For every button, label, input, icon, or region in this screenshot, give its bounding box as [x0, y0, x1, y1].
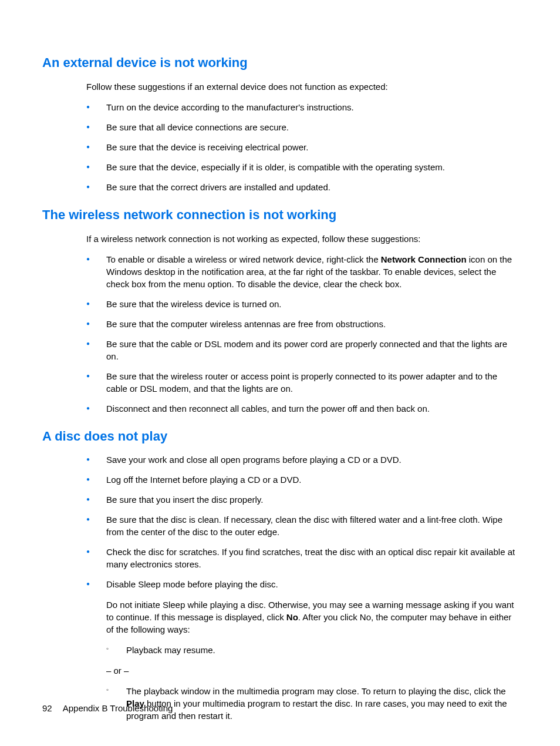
list-item-text: Be sure that the device, especially if i… [106, 161, 518, 173]
section-heading-disc: A disc does not play [42, 428, 518, 446]
sub-item-text: The playback window in the multimedia pr… [126, 686, 507, 721]
bold-text: No [286, 612, 298, 622]
list-item-text: Log off the Internet before playing a CD… [106, 473, 518, 486]
list-item: Disable Sleep mode before playing the di… [86, 578, 518, 722]
list-item-text: Save your work and close all open progra… [106, 453, 518, 466]
section1-list: Turn on the device according to the manu… [86, 101, 518, 193]
list-item-text: Be sure that you insert the disc properl… [106, 493, 518, 506]
list-item-text: Be sure that the correct drivers are ins… [106, 181, 518, 193]
list-item-text: Disconnect and then reconnect all cables… [106, 402, 518, 415]
page-number: 92 [42, 703, 52, 713]
list-item: Be sure that the device is receiving ele… [86, 141, 518, 153]
section3-list: Save your work and close all open progra… [86, 453, 518, 722]
or-separator: – or – [106, 664, 518, 677]
list-item: To enable or disable a wireless or wired… [86, 253, 518, 290]
list-item-text: Be sure that the device is receiving ele… [106, 141, 518, 153]
list-item-text: Disable Sleep mode before playing the di… [106, 578, 518, 590]
list-item-text: Be sure that the wireless router or acce… [106, 370, 518, 395]
section-heading-external-device: An external device is not working [42, 54, 518, 72]
list-item: Be sure that the disc is clean. If neces… [86, 513, 518, 538]
text-fragment: button in your multimedia program to res… [126, 698, 507, 721]
list-item: Turn on the device according to the manu… [86, 101, 518, 113]
list-item: Be sure that the device, especially if i… [86, 161, 518, 173]
section2-list: To enable or disable a wireless or wired… [86, 253, 518, 415]
list-item-extra: Do not initiate Sleep while playing a di… [106, 599, 518, 636]
list-item: Log off the Internet before playing a CD… [86, 473, 518, 486]
list-item-text: Be sure that the computer wireless anten… [106, 318, 518, 330]
text-fragment: The playback window in the multimedia pr… [126, 686, 506, 696]
list-item: Be sure that the cable or DSL modem and … [86, 338, 518, 362]
list-item: Be sure that the wireless router or acce… [86, 370, 518, 395]
page-footer: 92Appendix B Troubleshooting [42, 702, 173, 714]
sub-list-item: Playback may resume. [106, 644, 518, 656]
section2-intro: If a wireless network connection is not … [86, 233, 518, 245]
footer-appendix: Appendix B Troubleshooting [63, 703, 173, 713]
list-item-text: Check the disc for scratches. If you fin… [106, 546, 518, 570]
sub-list: Playback may resume. [106, 644, 518, 656]
text-fragment: To enable or disable a wireless or wired… [106, 254, 381, 264]
list-item: Be sure that all device connections are … [86, 121, 518, 133]
list-item: Disconnect and then reconnect all cables… [86, 402, 518, 415]
list-item: Save your work and close all open progra… [86, 453, 518, 466]
list-item-text: To enable or disable a wireless or wired… [106, 253, 518, 290]
sub-item-text: Playback may resume. [126, 645, 215, 655]
section-heading-wireless: The wireless network connection is not w… [42, 206, 518, 224]
section1-intro: Follow these suggestions if an external … [86, 80, 518, 93]
list-item-text: Be sure that the disc is clean. If neces… [106, 513, 518, 538]
list-item: Be sure that you insert the disc properl… [86, 493, 518, 506]
list-item: Be sure that the correct drivers are ins… [86, 181, 518, 193]
document-page: An external device is not working Follow… [0, 0, 560, 746]
list-item-text: Be sure that all device connections are … [106, 121, 518, 133]
list-item-text: Turn on the device according to the manu… [106, 101, 518, 113]
list-item: Be sure that the wireless device is turn… [86, 298, 518, 310]
bold-text: Network Connection [381, 254, 467, 264]
list-item: Check the disc for scratches. If you fin… [86, 546, 518, 570]
list-item-text: Be sure that the wireless device is turn… [106, 298, 518, 310]
list-item: Be sure that the computer wireless anten… [86, 318, 518, 330]
list-item-text: Be sure that the cable or DSL modem and … [106, 338, 518, 362]
